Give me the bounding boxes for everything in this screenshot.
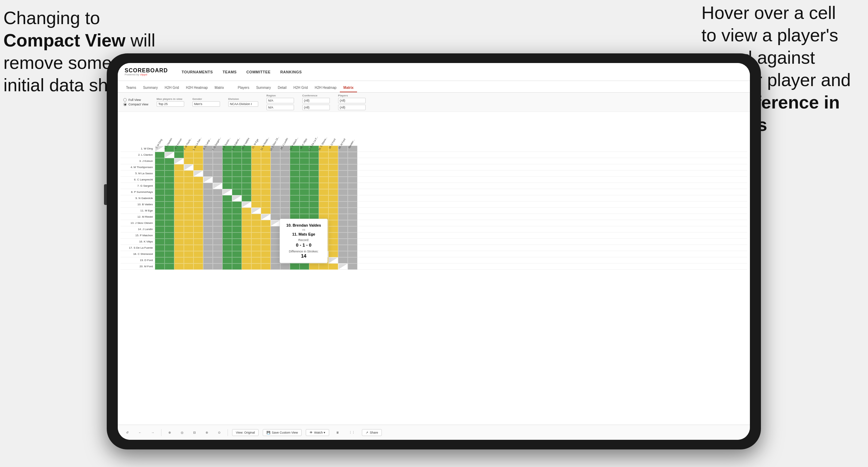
tab-h2h-grid-2[interactable]: H2H Grid: [290, 84, 311, 92]
matrix-cell[interactable]: [155, 195, 165, 201]
matrix-cell[interactable]: [309, 152, 319, 158]
matrix-cell[interactable]: [338, 226, 348, 232]
compact-view-radio[interactable]: Compact View: [123, 103, 148, 106]
matrix-cell[interactable]: [184, 245, 194, 251]
matrix-cell[interactable]: [165, 158, 174, 164]
matrix-cell[interactable]: [338, 158, 348, 164]
matrix-cell[interactable]: [309, 170, 319, 177]
matrix-cell[interactable]: [165, 152, 174, 158]
matrix-cell[interactable]: [319, 152, 328, 158]
matrix-cell[interactable]: [194, 177, 203, 183]
tab-detail[interactable]: Detail: [274, 84, 290, 92]
matrix-cell[interactable]: [251, 257, 261, 263]
matrix-cell[interactable]: [242, 189, 251, 195]
matrix-cell[interactable]: [319, 195, 328, 201]
matrix-cell[interactable]: [155, 183, 165, 189]
matrix-cell[interactable]: [203, 183, 213, 189]
matrix-cell[interactable]: [290, 183, 300, 189]
matrix-cell[interactable]: [328, 239, 338, 245]
matrix-cell[interactable]: [184, 158, 194, 164]
matrix-cell[interactable]: [232, 214, 242, 220]
matrix-cell[interactable]: [174, 177, 184, 183]
matrix-cell[interactable]: [319, 177, 328, 183]
matrix-cell[interactable]: [165, 177, 174, 183]
matrix-cell[interactable]: [203, 201, 213, 208]
matrix-cell[interactable]: [271, 183, 280, 189]
filter-conference-select-1[interactable]: (All): [302, 98, 330, 103]
matrix-cell[interactable]: [261, 245, 271, 251]
matrix-cell[interactable]: [213, 170, 222, 177]
matrix-cell[interactable]: [194, 226, 203, 232]
matrix-cell[interactable]: [232, 208, 242, 214]
matrix-cell[interactable]: [194, 164, 203, 170]
matrix-cell[interactable]: [194, 170, 203, 177]
matrix-cell[interactable]: [328, 152, 338, 158]
matrix-cell[interactable]: [251, 177, 261, 183]
matrix-cell[interactable]: [222, 214, 232, 220]
matrix-cell[interactable]: [348, 208, 357, 214]
matrix-cell[interactable]: [271, 195, 280, 201]
matrix-cell[interactable]: [194, 214, 203, 220]
matrix-cell[interactable]: [300, 195, 309, 201]
matrix-cell[interactable]: [319, 189, 328, 195]
matrix-cell[interactable]: [232, 245, 242, 251]
matrix-cell[interactable]: [338, 220, 348, 226]
matrix-cell[interactable]: [232, 257, 242, 263]
matrix-cell[interactable]: [338, 232, 348, 239]
matrix-cell[interactable]: [165, 251, 174, 257]
toolbar-undo[interactable]: ↺: [123, 429, 132, 436]
matrix-cell[interactable]: [232, 232, 242, 239]
matrix-cell[interactable]: [232, 158, 242, 164]
matrix-cell[interactable]: [232, 164, 242, 170]
matrix-cell[interactable]: [155, 170, 165, 177]
full-view-radio[interactable]: Full View: [123, 98, 148, 102]
nav-committee[interactable]: COMMITTEE: [246, 70, 271, 74]
matrix-cell[interactable]: [251, 220, 261, 226]
matrix-cell[interactable]: [251, 164, 261, 170]
matrix-cell[interactable]: [194, 208, 203, 214]
matrix-cell[interactable]: [338, 152, 348, 158]
matrix-cell[interactable]: [271, 220, 280, 226]
matrix-cell[interactable]: [203, 195, 213, 201]
matrix-cell[interactable]: [348, 251, 357, 257]
matrix-cell[interactable]: [194, 195, 203, 201]
matrix-cell[interactable]: [280, 183, 290, 189]
filter-max-select[interactable]: Top 25: [157, 101, 184, 107]
matrix-cell[interactable]: [232, 170, 242, 177]
matrix-cell[interactable]: [222, 263, 232, 270]
matrix-cell[interactable]: [222, 158, 232, 164]
matrix-cell[interactable]: [213, 257, 222, 263]
matrix-cell[interactable]: [338, 208, 348, 214]
matrix-cell[interactable]: [184, 208, 194, 214]
matrix-cell[interactable]: [348, 164, 357, 170]
matrix-cell[interactable]: [155, 214, 165, 220]
matrix-cell[interactable]: [242, 263, 251, 270]
matrix-cell[interactable]: [232, 183, 242, 189]
matrix-cell[interactable]: [300, 263, 309, 270]
matrix-cell[interactable]: [222, 257, 232, 263]
matrix-cell[interactable]: [328, 201, 338, 208]
matrix-cell[interactable]: [184, 251, 194, 257]
matrix-cell[interactable]: [280, 158, 290, 164]
matrix-cell[interactable]: [174, 183, 184, 189]
matrix-cell[interactable]: [155, 201, 165, 208]
matrix-cell[interactable]: [174, 263, 184, 270]
tab-matrix-active[interactable]: Matrix: [340, 84, 357, 92]
tab-teams[interactable]: Teams: [123, 84, 139, 92]
matrix-cell[interactable]: [155, 245, 165, 251]
matrix-cell[interactable]: [222, 189, 232, 195]
matrix-cell[interactable]: [203, 245, 213, 251]
matrix-cell[interactable]: [300, 170, 309, 177]
matrix-cell[interactable]: [261, 177, 271, 183]
matrix-cell[interactable]: [222, 195, 232, 201]
matrix-cell[interactable]: [271, 232, 280, 239]
matrix-cell[interactable]: [155, 189, 165, 195]
toolbar-save-custom[interactable]: 💾 Save Custom View: [263, 429, 302, 436]
tab-h2h-heatmap[interactable]: H2H Heatmap: [182, 84, 211, 92]
matrix-cell[interactable]: [194, 220, 203, 226]
matrix-cell[interactable]: [261, 195, 271, 201]
matrix-cell[interactable]: [165, 263, 174, 270]
nav-tournaments[interactable]: TOURNAMENTS: [182, 70, 213, 74]
matrix-cell[interactable]: [174, 257, 184, 263]
matrix-cell[interactable]: [280, 177, 290, 183]
